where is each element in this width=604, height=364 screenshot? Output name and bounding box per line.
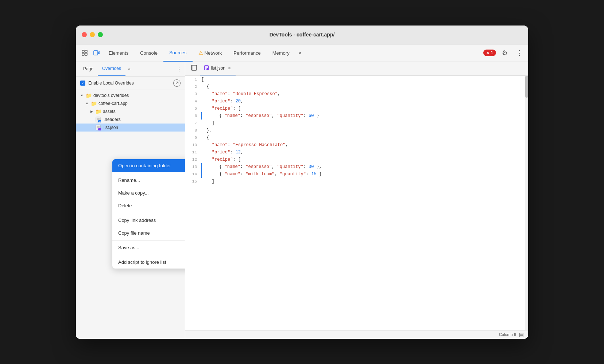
code-line-11: 11 "price": 12,: [185, 149, 528, 156]
tab-actions: ✕ 1 ⚙ ⋮: [483, 47, 525, 59]
code-line-13: 13 { "name": "espresso", "quantity": 30 …: [185, 163, 528, 171]
editor-area: list.json ✕ 1 [ 2 { 3: [185, 62, 528, 339]
sidebar-tab-menu[interactable]: ⋮: [176, 66, 182, 73]
ctx-separator-3: [112, 240, 185, 240]
tab-memory[interactable]: Memory: [267, 44, 295, 62]
tree-item-devtools-overrides[interactable]: ▼ 📁 devtools overrides: [76, 91, 185, 99]
editor-tab-filename: list.json: [211, 66, 225, 71]
selector-icon[interactable]: [79, 50, 90, 56]
ctx-copy-file-name[interactable]: Copy file name: [112, 227, 185, 239]
chevron-down-icon: ▼: [85, 102, 89, 105]
error-x-icon: ✕: [486, 51, 489, 55]
svg-rect-15: [191, 65, 197, 70]
code-line-14: 14 { "name": "milk foam", "quantity": 15…: [185, 171, 528, 178]
enable-overrides-label: Enable Local Overrides: [88, 81, 170, 86]
code-editor[interactable]: 1 [ 2 { 3 "name": "Double Espresso", 4: [185, 76, 528, 330]
code-line-4: 4 "price": 20,: [185, 98, 528, 105]
code-line-10: 10 "name": "Espresso Macchiato",: [185, 141, 528, 149]
status-column: Column 6: [499, 332, 516, 337]
tab-sources[interactable]: Sources: [163, 44, 193, 62]
device-icon[interactable]: [90, 50, 103, 56]
ctx-make-copy[interactable]: Make a copy...: [112, 187, 185, 199]
window-title: DevTools - coffee-cart.app/: [270, 32, 335, 38]
ctx-separator-4: [112, 255, 185, 255]
minimize-button[interactable]: [90, 32, 95, 37]
context-menu: Open in containing folder Rename... Make…: [112, 159, 185, 269]
code-line-2: 2 {: [185, 83, 528, 90]
file-json-icon: [96, 125, 102, 130]
tab-network[interactable]: ⚠ Network: [193, 44, 228, 62]
error-badge[interactable]: ✕ 1: [483, 50, 496, 56]
code-line-6: 6 { "name": "espresso", "quantity": 60 }: [185, 112, 528, 120]
ctx-rename[interactable]: Rename...: [112, 174, 185, 187]
file-headers-icon: ⊕: [96, 117, 102, 122]
chevron-down-icon: ▼: [80, 94, 84, 97]
sidebar-tabs: Page Overrides » ⋮: [76, 62, 185, 77]
ctx-save-as[interactable]: Save as...: [112, 241, 185, 254]
sidebar: Page Overrides » ⋮ ✓ Enable Local Overri…: [76, 62, 185, 339]
svg-rect-2: [82, 53, 84, 55]
editor-tab-close-button[interactable]: ✕: [228, 66, 231, 71]
more-menu-button[interactable]: ⋮: [514, 47, 525, 59]
enable-overrides-checkbox[interactable]: ✓: [80, 81, 85, 86]
code-line-8: 8 },: [185, 127, 528, 134]
tree-item-headers[interactable]: ⊕ .headers: [76, 116, 185, 124]
folder-icon: 📁: [95, 109, 101, 114]
main-content: Page Overrides » ⋮ ✓ Enable Local Overri…: [76, 62, 528, 339]
code-line-1: 1 [: [185, 76, 528, 83]
status-bar: Column 6 ▤: [185, 330, 528, 339]
editor-scrollbar-track: [525, 76, 528, 330]
folder-icon: 📁: [86, 93, 92, 98]
network-warn-icon: ⚠: [198, 50, 203, 56]
close-button[interactable]: [82, 32, 87, 37]
svg-text:⊕: ⊕: [99, 121, 101, 122]
svg-rect-0: [82, 50, 84, 52]
tree-item-coffee-cart-app[interactable]: ▼ 📁 coffee-cart.app: [76, 99, 185, 107]
file-json-tab-icon: [204, 65, 209, 71]
code-line-15: 15 ]: [185, 178, 528, 185]
ctx-copy-link-address[interactable]: Copy link address: [112, 214, 185, 227]
title-bar: DevTools - coffee-cart.app/: [76, 26, 528, 44]
status-icon[interactable]: ▤: [519, 332, 524, 337]
traffic-lights: [82, 32, 103, 37]
code-line-5: 5 "recipe": [: [185, 105, 528, 112]
sidebar-tab-page[interactable]: Page: [79, 62, 98, 76]
ctx-separator-1: [112, 173, 185, 173]
svg-rect-1: [85, 50, 87, 52]
ctx-add-to-ignore-list[interactable]: Add script to ignore list: [112, 256, 185, 269]
editor-scrollbar-thumb[interactable]: [525, 76, 528, 98]
tab-more-button[interactable]: »: [295, 50, 305, 56]
svg-rect-4: [94, 51, 98, 55]
sidebar-tab-more[interactable]: »: [125, 66, 132, 72]
ctx-separator-2: [112, 213, 185, 213]
panel-layout-icon[interactable]: [188, 65, 200, 72]
code-line-12: 12 "recipe": [: [185, 156, 528, 163]
folder-icon: 📁: [91, 101, 97, 106]
tab-elements[interactable]: Elements: [103, 44, 134, 62]
ctx-open-containing-folder[interactable]: Open in containing folder: [112, 159, 185, 172]
code-line-3: 3 "name": "Double Espresso",: [185, 90, 528, 98]
editor-tabs: list.json ✕: [185, 62, 528, 76]
tree-item-assets[interactable]: ▶ 📁 assets: [76, 107, 185, 116]
svg-point-18: [206, 68, 209, 70]
tab-console[interactable]: Console: [134, 44, 163, 62]
settings-button[interactable]: ⚙: [499, 47, 511, 59]
ctx-delete[interactable]: Delete: [112, 199, 185, 212]
code-line-7: 7 ]: [185, 120, 528, 127]
devtools-window: DevTools - coffee-cart.app/ Elements Con…: [76, 26, 528, 339]
chevron-right-icon: ▶: [90, 110, 93, 113]
clear-overrides-button[interactable]: ⊘: [173, 79, 181, 87]
svg-rect-5: [98, 52, 100, 54]
file-tree: ▼ 📁 devtools overrides ▼ 📁 coffee-cart.a…: [76, 90, 185, 339]
code-line-9: 9 {: [185, 134, 528, 141]
tab-performance[interactable]: Performance: [228, 44, 266, 62]
overrides-control: ✓ Enable Local Overrides ⊘: [76, 77, 185, 90]
maximize-button[interactable]: [98, 32, 103, 37]
svg-rect-3: [85, 53, 87, 55]
tree-item-list-json[interactable]: list.json: [76, 124, 185, 132]
editor-tab-list-json[interactable]: list.json ✕: [200, 62, 236, 75]
sidebar-tab-overrides[interactable]: Overrides: [98, 62, 125, 76]
top-tabs-bar: Elements Console Sources ⚠ Network Perfo…: [76, 44, 528, 62]
